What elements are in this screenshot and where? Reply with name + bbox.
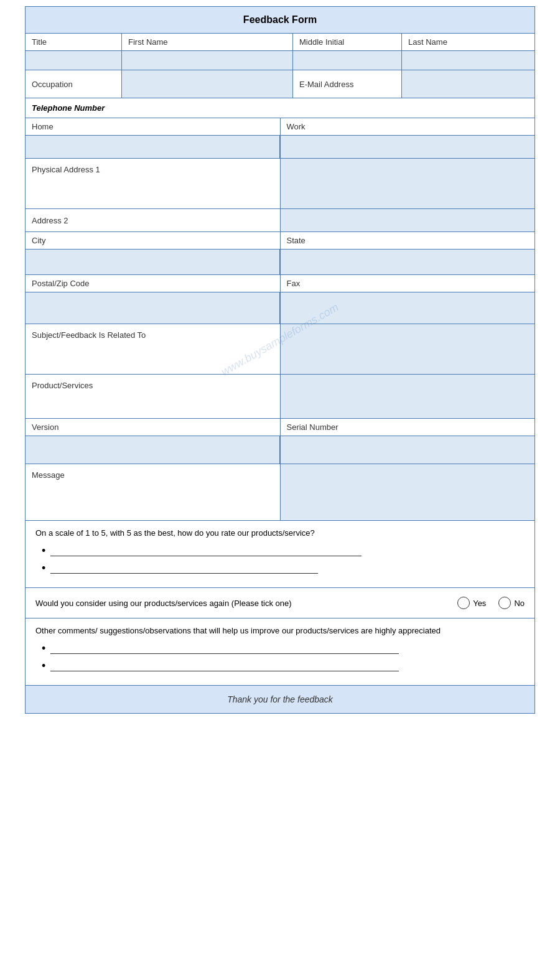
version-input[interactable] bbox=[26, 436, 280, 464]
product-input[interactable] bbox=[281, 375, 535, 418]
fax-label: Fax bbox=[281, 275, 535, 292]
middle-initial-label: Middle Initial bbox=[293, 34, 402, 50]
address2-input[interactable] bbox=[281, 209, 535, 231]
message-input[interactable] bbox=[281, 464, 535, 520]
yes-option[interactable]: Yes bbox=[457, 597, 486, 609]
rating-line-1 bbox=[50, 546, 362, 556]
feedback-form: Feedback Form Title First Name Middle In… bbox=[25, 6, 535, 714]
comments-line-2 bbox=[50, 661, 399, 671]
form-footer: Thank you for the feedback bbox=[26, 686, 534, 713]
bullet-icon-2: • bbox=[42, 562, 45, 574]
home-label: Home bbox=[26, 118, 281, 135]
rating-line-2 bbox=[50, 564, 318, 574]
state-label: State bbox=[281, 232, 535, 249]
state-input[interactable] bbox=[280, 250, 534, 274]
fax-input[interactable] bbox=[280, 292, 534, 324]
no-radio[interactable] bbox=[498, 597, 511, 609]
telephone-header: Telephone Number bbox=[26, 98, 534, 118]
lastname-label: Last Name bbox=[402, 34, 534, 50]
rating-section: On a scale of 1 to 5, with 5 as the best… bbox=[26, 521, 534, 588]
firstname-label: First Name bbox=[122, 34, 293, 50]
work-label: Work bbox=[281, 118, 535, 135]
comment-bullet-icon-1: • bbox=[42, 643, 45, 654]
home-input[interactable] bbox=[26, 136, 280, 158]
address1-label: Physical Address 1 bbox=[26, 159, 281, 208]
email-label: E-Mail Address bbox=[293, 70, 402, 98]
subject-label: Subject/Feedback Is Related To bbox=[26, 324, 281, 374]
middle-initial-input[interactable] bbox=[293, 51, 402, 70]
comment-bullet-icon-2: • bbox=[42, 660, 45, 671]
serial-label: Serial Number bbox=[281, 419, 535, 436]
address1-input[interactable] bbox=[281, 159, 535, 208]
city-label: City bbox=[26, 232, 281, 249]
product-label: Product/Services bbox=[26, 375, 281, 418]
rating-question: On a scale of 1 to 5, with 5 as the best… bbox=[35, 528, 525, 538]
rating-bullet-2: • bbox=[35, 562, 525, 574]
city-input[interactable] bbox=[26, 250, 280, 274]
yesno-section: Would you consider using our products/se… bbox=[26, 588, 534, 618]
no-label: No bbox=[514, 599, 525, 608]
occupation-input[interactable] bbox=[122, 70, 293, 98]
rating-bullet-1: • bbox=[35, 545, 525, 556]
occupation-label: Occupation bbox=[26, 70, 122, 98]
version-label: Version bbox=[26, 419, 281, 436]
email-input[interactable] bbox=[402, 70, 534, 98]
form-title: Feedback Form bbox=[26, 7, 534, 34]
comments-question: Other comments/ suggestions/observations… bbox=[35, 626, 525, 635]
postal-label: Postal/Zip Code bbox=[26, 275, 281, 292]
comments-section: Other comments/ suggestions/observations… bbox=[26, 618, 534, 686]
comments-bullet-1: • bbox=[35, 643, 525, 654]
work-input[interactable] bbox=[280, 136, 534, 158]
yes-label: Yes bbox=[473, 599, 486, 608]
title-input[interactable] bbox=[26, 51, 122, 70]
title-label: Title bbox=[26, 34, 122, 50]
lastname-input[interactable] bbox=[402, 51, 534, 70]
message-label: Message bbox=[26, 464, 281, 520]
yesno-question: Would you consider using our products/se… bbox=[35, 599, 445, 608]
serial-input[interactable] bbox=[280, 436, 534, 464]
firstname-input[interactable] bbox=[122, 51, 293, 70]
comments-bullet-2: • bbox=[35, 660, 525, 671]
bullet-icon-1: • bbox=[42, 545, 45, 556]
comments-line-1 bbox=[50, 644, 399, 654]
subject-input[interactable] bbox=[281, 324, 535, 374]
no-option[interactable]: No bbox=[498, 597, 525, 609]
address2-label: Address 2 bbox=[26, 209, 281, 231]
postal-input[interactable] bbox=[26, 292, 280, 324]
yes-radio[interactable] bbox=[457, 597, 470, 609]
